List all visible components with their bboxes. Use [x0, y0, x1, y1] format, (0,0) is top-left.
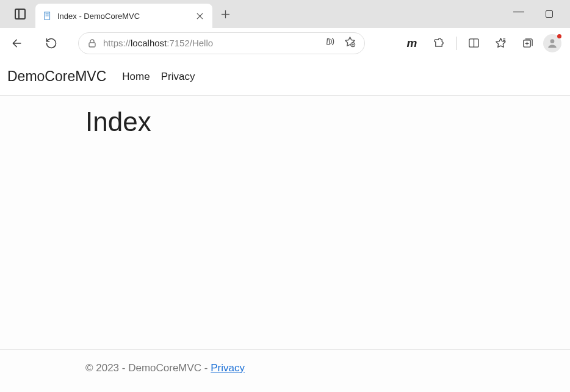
tab-actions-button[interactable]	[5, 9, 35, 20]
url-text: https://localhost:7152/Hello	[103, 38, 319, 48]
puzzle-icon	[433, 37, 445, 49]
page-content: DemoCoreMVC Home Privacy Index © 2023 - …	[0, 58, 570, 392]
address-bar-actions	[325, 36, 356, 50]
url-host: localhost	[131, 38, 167, 48]
footer-text: © 2023 - DemoCoreMVC -	[85, 362, 211, 374]
titlebar: Index - DemoCoreMVC —	[0, 0, 570, 28]
main-content: Index	[0, 96, 570, 349]
brand-link[interactable]: DemoCoreMVC	[7, 68, 106, 85]
address-bar[interactable]: https://localhost:7152/Hello	[78, 32, 365, 54]
close-icon	[197, 13, 203, 20]
refresh-button[interactable]	[40, 32, 62, 54]
back-arrow-icon	[11, 37, 23, 49]
star-icon	[344, 36, 356, 48]
svg-rect-8	[89, 43, 95, 47]
back-button[interactable]	[6, 32, 28, 54]
nav-link-privacy[interactable]: Privacy	[161, 71, 195, 83]
favorites-button[interactable]	[489, 32, 511, 54]
toolbar-divider	[456, 37, 456, 50]
profile-icon	[546, 37, 558, 49]
favorite-button[interactable]	[344, 36, 356, 50]
url-scheme: https://	[103, 38, 131, 48]
browser-tab[interactable]: Index - DemoCoreMVC	[35, 4, 212, 28]
m-icon: m	[407, 37, 417, 50]
minimize-button[interactable]: —	[513, 5, 525, 17]
browser-toolbar: https://localhost:7152/Hello m	[0, 28, 570, 58]
read-aloud-icon	[325, 37, 336, 48]
page-heading: Index	[85, 107, 485, 137]
m-extension-button[interactable]: m	[401, 32, 423, 54]
favorites-star-icon	[495, 37, 507, 49]
lock-icon	[87, 38, 97, 48]
browser-chrome: Index - DemoCoreMVC — https://localhost:…	[0, 0, 570, 58]
split-screen-button[interactable]	[463, 32, 485, 54]
maximize-icon	[546, 10, 553, 18]
svg-point-19	[550, 39, 555, 43]
collections-icon	[522, 37, 533, 49]
tab-actions-icon	[15, 9, 26, 20]
read-aloud-button[interactable]	[325, 37, 336, 50]
favicon-icon	[43, 11, 52, 21]
refresh-icon	[45, 37, 57, 49]
footer: © 2023 - DemoCoreMVC - Privacy	[0, 349, 570, 392]
tab-title: Index - DemoCoreMVC	[57, 12, 189, 21]
tab-close-button[interactable]	[194, 10, 205, 21]
profile-button[interactable]	[543, 34, 561, 52]
toolbar-right: m	[401, 32, 564, 54]
split-screen-icon	[468, 37, 480, 49]
maximize-button[interactable]	[543, 8, 555, 20]
footer-privacy-link[interactable]: Privacy	[211, 362, 245, 374]
app-navbar: DemoCoreMVC Home Privacy	[0, 58, 570, 96]
new-tab-button[interactable]	[216, 5, 234, 23]
window-controls: —	[513, 8, 565, 20]
nav-links: Home Privacy	[122, 71, 195, 83]
extensions-button[interactable]	[428, 32, 450, 54]
collections-button[interactable]	[516, 32, 538, 54]
url-path: :7152/Hello	[167, 38, 213, 48]
nav-link-home[interactable]: Home	[122, 71, 150, 83]
plus-icon	[221, 10, 230, 19]
